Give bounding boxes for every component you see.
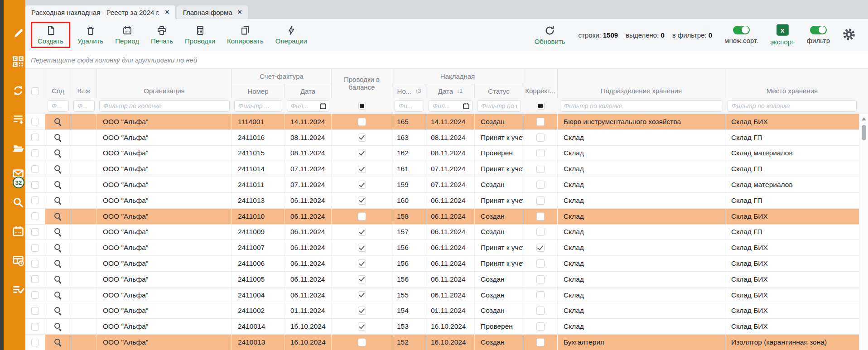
correction-checkbox[interactable] — [536, 134, 545, 142]
row-checkbox[interactable] — [31, 339, 39, 346]
table-row[interactable]: ООО "Альфа" 2411011 07.11.2024 159 07.11… — [25, 177, 859, 193]
correction-checkbox[interactable] — [536, 291, 545, 299]
magnifier-icon[interactable] — [54, 338, 62, 346]
table-row[interactable]: ООО "Альфа" 2411004 06.11.2024 155 06.11… — [25, 288, 859, 303]
column-header-department[interactable]: Подразделение хранения — [558, 69, 725, 98]
filter-input-location[interactable] — [728, 100, 857, 112]
in-balance-checkbox[interactable] — [358, 291, 366, 299]
scroll-thumb[interactable] — [862, 125, 866, 140]
row-checkbox[interactable] — [31, 307, 39, 315]
in-balance-checkbox[interactable] — [358, 228, 366, 236]
filter-checkbox-in-balance[interactable] — [358, 102, 366, 110]
qr-code-icon[interactable] — [7, 55, 29, 68]
calendar-icon[interactable] — [463, 103, 469, 109]
scroll-up-arrow[interactable] — [862, 117, 866, 120]
row-checkbox[interactable] — [31, 228, 39, 236]
filter-checkbox-correction[interactable] — [537, 102, 545, 110]
in-balance-checkbox[interactable] — [358, 338, 366, 346]
row-checkbox[interactable] — [31, 181, 39, 189]
filter-input-status[interactable] — [477, 100, 521, 112]
column-header-date[interactable]: Дата↓1 — [426, 84, 475, 98]
operations-button[interactable]: Операции — [271, 24, 312, 46]
correction-checkbox[interactable] — [536, 197, 545, 205]
column-header-number[interactable]: Но...↑3 — [392, 84, 426, 98]
close-icon[interactable]: × — [165, 8, 169, 16]
magnifier-icon[interactable] — [54, 118, 62, 126]
tab-main-form[interactable]: Главная форма × — [177, 5, 248, 19]
calendar-icon[interactable] — [320, 103, 326, 109]
tab-registry[interactable]: Расходная накладная - Реестр за 2024 г. … — [25, 5, 175, 19]
row-checkbox[interactable] — [31, 165, 39, 173]
correction-checkbox[interactable] — [536, 212, 545, 221]
column-header-invoice-date[interactable]: Дата — [285, 84, 332, 98]
magnifier-icon[interactable] — [54, 307, 62, 315]
in-balance-checkbox[interactable] — [358, 181, 366, 189]
row-checkbox[interactable] — [31, 197, 39, 204]
select-all-checkbox[interactable] — [31, 87, 39, 95]
filter-input-department[interactable] — [560, 100, 723, 112]
copy-button[interactable]: Копировать — [222, 24, 268, 46]
filter-toggle[interactable]: фильтр — [807, 26, 830, 44]
table-row[interactable]: ООО "Альфа" 2411013 06.11.2024 160 06.11… — [25, 193, 859, 209]
column-header-in-balance[interactable]: Проводки в балансе — [332, 69, 392, 98]
correction-checkbox[interactable] — [536, 259, 545, 268]
in-balance-checkbox[interactable] — [358, 165, 366, 173]
row-checkbox[interactable] — [31, 244, 39, 252]
table-row[interactable]: ООО "Альфа" 2411006 06.11.2024 156 06.11… — [25, 256, 859, 272]
table-row[interactable]: ООО "Альфа" 2411010 06.11.2024 158 06.11… — [25, 209, 859, 225]
column-header-correction[interactable]: Коррект... — [523, 69, 558, 98]
column-header-status[interactable]: Статус — [475, 84, 523, 98]
correction-checkbox[interactable] — [536, 338, 545, 346]
print-button[interactable]: Печать — [146, 24, 178, 46]
magnifier-icon[interactable] — [54, 275, 62, 283]
in-balance-checkbox[interactable] — [358, 118, 366, 126]
period-button[interactable]: Период — [111, 24, 144, 46]
toggle-switch[interactable] — [733, 26, 750, 34]
in-balance-checkbox[interactable] — [358, 197, 366, 205]
in-balance-checkbox[interactable] — [358, 134, 366, 142]
filter-input-number[interactable] — [395, 100, 424, 112]
table-row[interactable]: ООО "Альфа" 2411009 06.11.2024 157 06.11… — [25, 225, 859, 240]
correction-checkbox[interactable] — [536, 149, 545, 157]
row-checkbox[interactable] — [31, 323, 39, 331]
table-row[interactable]: ООО "Альфа" 2411014 07.11.2024 161 07.11… — [25, 161, 859, 177]
group-by-dropzone[interactable]: Перетащите сюда колонку для группировки … — [25, 51, 868, 69]
column-header-org[interactable]: Организация — [97, 69, 232, 98]
filter-input-invoice-number[interactable] — [234, 100, 282, 112]
magnifier-icon[interactable] — [54, 149, 62, 157]
magnifier-icon[interactable] — [54, 212, 62, 221]
multisort-toggle[interactable]: множ.сорт. — [724, 26, 758, 44]
refresh-button[interactable]: Обновить — [534, 24, 566, 47]
row-checkbox[interactable] — [31, 291, 39, 299]
in-balance-checkbox[interactable] — [358, 149, 366, 157]
magnifier-icon[interactable] — [54, 197, 62, 205]
export-button[interactable]: x экспорт — [770, 24, 794, 46]
filter-input-sod[interactable] — [48, 100, 69, 112]
in-balance-checkbox[interactable] — [358, 212, 366, 221]
in-balance-checkbox[interactable] — [358, 275, 366, 283]
postings-button[interactable]: Проводки — [180, 24, 220, 46]
correction-checkbox[interactable] — [536, 118, 545, 126]
row-checkbox[interactable] — [31, 212, 39, 220]
correction-checkbox[interactable] — [536, 322, 545, 331]
table-row[interactable]: ООО "Альфа" 2410014 16.10.2024 153 16.10… — [25, 319, 859, 335]
in-balance-checkbox[interactable] — [358, 307, 366, 315]
row-checkbox[interactable] — [31, 260, 39, 268]
row-checkbox[interactable] — [31, 118, 39, 125]
in-balance-checkbox[interactable] — [358, 244, 366, 252]
close-icon[interactable]: × — [238, 8, 242, 16]
magnifier-icon[interactable] — [54, 291, 62, 299]
table-row[interactable]: ООО "Альфа" 2411002 01.11.2024 154 01.11… — [25, 303, 859, 319]
column-header-sod[interactable]: Сод — [45, 69, 71, 98]
magnifier-icon[interactable] — [54, 244, 62, 252]
correction-checkbox[interactable] — [536, 228, 545, 236]
toggle-switch[interactable] — [810, 26, 827, 34]
create-button[interactable]: Создать — [33, 24, 68, 46]
table-row[interactable]: ООО "Альфа" 2411005 06.11.2024 156 06.11… — [25, 272, 859, 288]
correction-checkbox[interactable] — [536, 244, 545, 252]
row-checkbox[interactable] — [31, 149, 39, 157]
magnifier-icon[interactable] — [54, 228, 62, 236]
edit-icon[interactable] — [7, 26, 29, 40]
correction-checkbox[interactable] — [536, 181, 545, 189]
column-header-vlj[interactable]: Влж — [71, 69, 97, 98]
